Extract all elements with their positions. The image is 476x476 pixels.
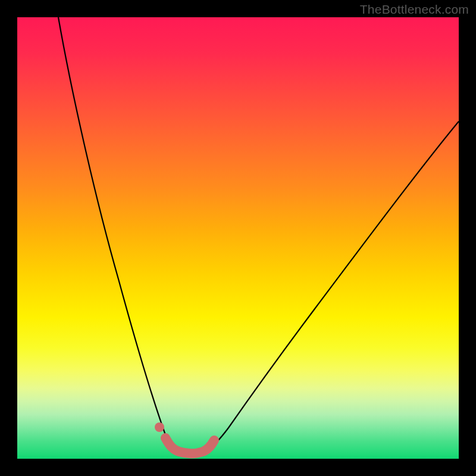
chart-canvas: TheBottleneck.com [0,0,476,476]
left-curve [58,17,173,450]
right-curve [208,121,459,450]
watermark-text: TheBottleneck.com [360,2,469,17]
bottom-highlight [165,438,214,453]
plot-area [17,17,459,459]
curve-layer [17,17,459,459]
highlight-start-dot [155,422,164,432]
